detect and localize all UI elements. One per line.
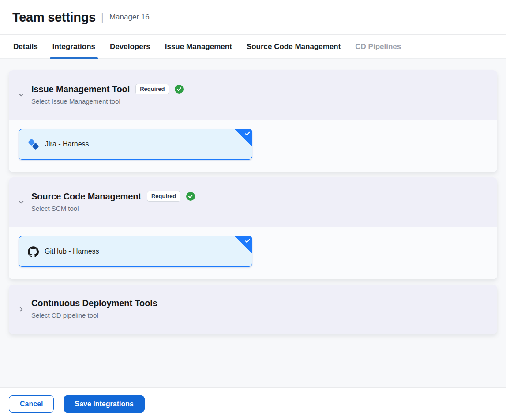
section-scm-header[interactable]: Source Code Management Required Select S…: [9, 177, 497, 227]
page-title: Team settings: [12, 10, 96, 25]
section-source-code-management: Source Code Management Required Select S…: [9, 177, 497, 279]
section-continuous-deployment: Continuous Deployment Tools Select CD pi…: [9, 285, 497, 334]
save-integrations-button[interactable]: Save Integrations: [64, 395, 144, 412]
jira-icon: [28, 139, 39, 150]
section-issue-management-body: Jira - Harness: [9, 120, 497, 172]
section-subtitle: Select Issue Management tool: [31, 98, 184, 105]
section-title: Source Code Management: [31, 191, 141, 202]
complete-check-icon: [175, 85, 184, 94]
tool-name: Jira - Harness: [45, 140, 89, 148]
tool-card-github[interactable]: GitHub - Harness: [19, 236, 252, 267]
tab-bar: Details Integrations Developers Issue Ma…: [0, 35, 506, 59]
section-cd-header[interactable]: Continuous Deployment Tools Select CD pi…: [9, 285, 497, 334]
chevron-down-icon[interactable]: [14, 198, 29, 206]
section-scm-body: GitHub - Harness: [9, 227, 497, 279]
selected-check-icon: [235, 129, 252, 146]
tab-details[interactable]: Details: [12, 35, 39, 58]
section-title: Continuous Deployment Tools: [31, 298, 157, 308]
selected-check-icon: [235, 236, 252, 254]
section-issue-management-tool: Issue Management Tool Required Select Is…: [9, 70, 497, 172]
github-icon: [28, 246, 39, 257]
tab-issue-management[interactable]: Issue Management: [164, 35, 233, 58]
section-title: Issue Management Tool: [31, 84, 130, 94]
required-badge: Required: [147, 191, 180, 202]
page-header: Team settings | Manager 16: [0, 0, 506, 35]
tool-card-jira[interactable]: Jira - Harness: [19, 129, 252, 160]
section-issue-management-header[interactable]: Issue Management Tool Required Select Is…: [9, 70, 497, 120]
tab-integrations[interactable]: Integrations: [52, 35, 96, 58]
tool-name: GitHub - Harness: [45, 248, 99, 255]
chevron-right-icon[interactable]: [14, 305, 29, 313]
cancel-button[interactable]: Cancel: [9, 395, 54, 412]
tab-developers[interactable]: Developers: [109, 35, 151, 58]
section-subtitle: Select SCM tool: [31, 205, 195, 212]
tab-source-code-management[interactable]: Source Code Management: [246, 35, 342, 58]
action-bar: Cancel Save Integrations: [0, 387, 506, 420]
integrations-panel: Issue Management Tool Required Select Is…: [0, 59, 506, 387]
title-separator: |: [101, 11, 104, 23]
page-subtitle: Manager 16: [109, 13, 150, 22]
tab-cd-pipelines[interactable]: CD Pipelines: [354, 35, 402, 58]
section-subtitle: Select CD pipeline tool: [31, 311, 157, 319]
required-badge: Required: [135, 84, 169, 94]
chevron-down-icon[interactable]: [14, 91, 29, 99]
complete-check-icon: [186, 192, 195, 201]
